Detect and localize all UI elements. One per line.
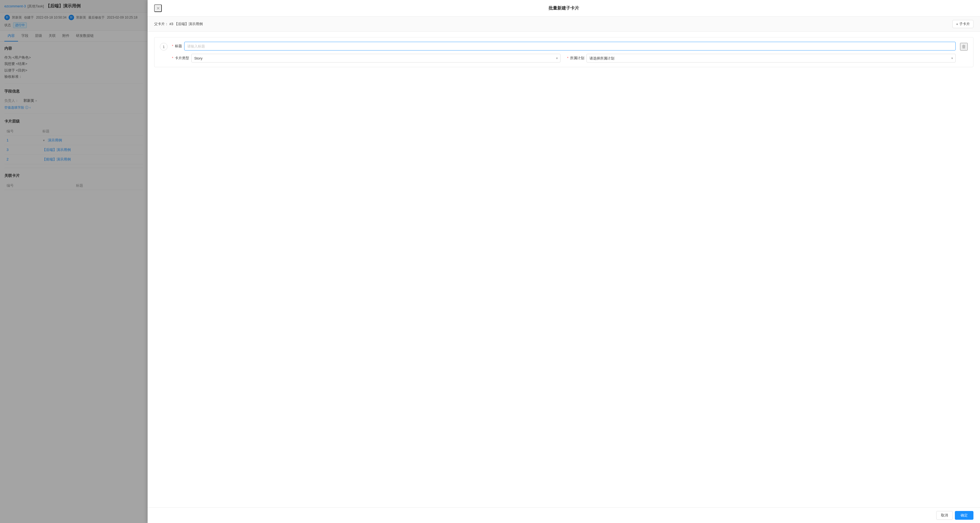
title-input[interactable] [184,42,956,51]
modal-body: 1 * 标题 [148,32,980,507]
required-star-plan: * [567,56,568,60]
modal-title: 批量新建子卡片 [549,5,579,11]
card-type-field: * 卡片类型 Story Task Bug ▼ [172,54,560,62]
modal-panel: ✕ 批量新建子卡片 父卡片： #3 【后端】演示用例 + 子卡片 1 [148,0,980,523]
app-container: ezcomment-3 [其他Task] 【后端】演示用例 郭 郭新英 创建于 … [0,0,980,523]
required-star-type: * [172,56,173,60]
modal-header: ✕ 批量新建子卡片 [148,0,980,17]
plan-select[interactable]: 请选择所属计划 [587,54,956,62]
modal-sub-header: 父卡片： #3 【后端】演示用例 + 子卡片 [148,17,980,32]
plan-select-wrapper: 请选择所属计划 ▼ [587,54,956,62]
parent-card-value: #3 【后端】演示用例 [169,22,203,26]
card-type-label: * 卡片类型 [172,56,189,60]
cancel-button[interactable]: 取消 [936,511,953,520]
title-field-group: * 标题 [172,42,956,51]
confirm-button[interactable]: 确定 [955,511,974,520]
modal-overlay: ✕ 批量新建子卡片 父卡片： #3 【后端】演示用例 + 子卡片 1 [0,0,980,523]
card-type-select-wrapper: Story Task Bug ▼ [191,54,560,62]
add-child-button[interactable]: + 子卡片 [952,20,974,28]
form-fields-1: * 标题 * 卡片类型 [172,42,956,62]
plan-field: * 所属计划 请选择所属计划 ▼ [567,54,956,62]
plus-icon: + [956,22,958,26]
parent-card-info: 父卡片： #3 【后端】演示用例 [154,22,203,27]
row-number-label: 1 [162,45,164,49]
card-type-select[interactable]: Story Task Bug [191,54,560,62]
add-child-label: 子卡片 [959,22,970,27]
card-form-row-1: 1 * 标题 [154,37,974,67]
row-number-1: 1 [160,43,167,51]
modal-close-button[interactable]: ✕ [154,4,162,12]
required-star-title: * [172,44,173,48]
parent-card-label: 父卡片： [154,22,169,26]
plan-label: * 所属计划 [567,56,584,60]
trash-icon: 🗑 [962,44,966,49]
select-group: * 卡片类型 Story Task Bug ▼ [172,54,956,62]
close-icon: ✕ [156,6,160,11]
delete-row-button[interactable]: 🗑 [960,43,968,51]
modal-footer: 取消 确定 [148,507,980,523]
title-label: * 标题 [172,44,182,49]
